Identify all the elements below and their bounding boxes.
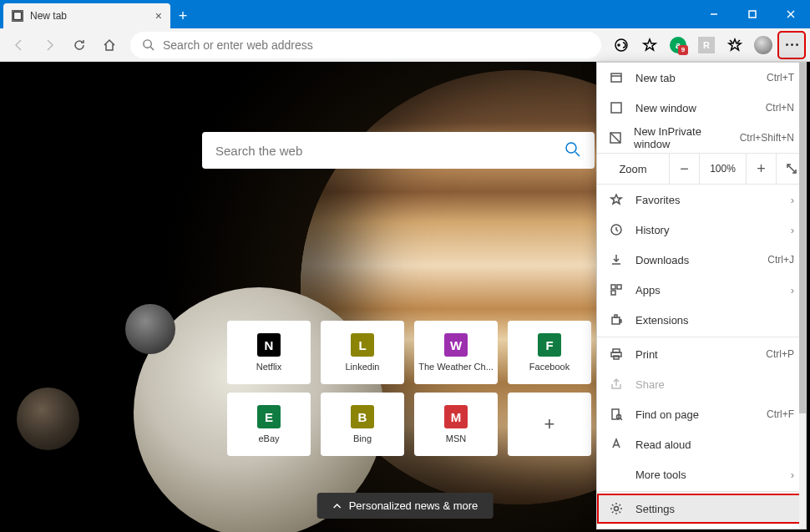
find-icon: [609, 408, 624, 421]
menu-favorites[interactable]: Favorites ›: [597, 185, 806, 215]
zoom-out-button[interactable]: −: [669, 154, 699, 184]
plus-icon: +: [544, 413, 555, 435]
refresh-button[interactable]: [65, 31, 94, 59]
tile-label: eBay: [258, 433, 279, 443]
window-close-button[interactable]: [772, 0, 810, 28]
new-tab-button[interactable]: +: [170, 3, 195, 28]
menu-history[interactable]: History ›: [597, 215, 806, 245]
tab-close-button[interactable]: ×: [155, 9, 162, 23]
menu-find-on-page[interactable]: Find on page Ctrl+F: [597, 399, 806, 429]
menu-scrollbar[interactable]: [799, 63, 806, 529]
extension-r-icon[interactable]: R: [693, 32, 720, 58]
menu-new-window[interactable]: New window Ctrl+N: [597, 93, 806, 123]
extension-a-icon[interactable]: a9: [665, 32, 691, 58]
quick-link-tile[interactable]: FFacebook: [508, 321, 591, 384]
svg-rect-22: [612, 317, 620, 324]
menu-downloads[interactable]: Downloads Ctrl+J: [597, 245, 806, 275]
svg-point-31: [615, 507, 619, 511]
svg-line-12: [575, 152, 580, 156]
tracking-prevention-icon[interactable]: [608, 32, 635, 58]
menu-label: New tab: [635, 72, 676, 84]
web-search-box[interactable]: Search the web: [202, 132, 595, 169]
profile-avatar[interactable]: [750, 32, 777, 58]
back-button[interactable]: [5, 31, 33, 59]
menu-label: More tools: [635, 469, 686, 481]
forward-button[interactable]: [35, 31, 63, 59]
quick-link-tile[interactable]: LLinkedin: [321, 321, 404, 384]
menu-shortcut: Ctrl+T: [767, 72, 794, 84]
tile-label: Linkedin: [346, 362, 380, 372]
quick-links-grid: NNetflixLLinkedinWThe Weather Ch...FFace…: [227, 321, 591, 456]
zoom-in-button[interactable]: +: [746, 154, 776, 184]
quick-link-tile[interactable]: EeBay: [227, 393, 311, 456]
star-icon: [609, 193, 624, 206]
svg-rect-15: [611, 103, 621, 113]
chevron-right-icon: ›: [791, 194, 794, 206]
menu-extensions[interactable]: Extensions: [597, 305, 806, 335]
tab-strip: New tab × +: [0, 0, 195, 28]
menu-shortcut: Ctrl+P: [766, 348, 794, 360]
personalized-news-button[interactable]: Personalized news & more: [317, 493, 494, 519]
gear-icon: [609, 502, 624, 515]
menu-help-feedback[interactable]: Help and feedback ›: [597, 524, 806, 529]
chevron-right-icon: ›: [791, 469, 794, 481]
menu-more-tools[interactable]: More tools ›: [597, 459, 806, 489]
svg-point-11: [566, 143, 576, 153]
svg-rect-13: [611, 73, 621, 82]
menu-print[interactable]: Print Ctrl+P: [597, 339, 806, 369]
menu-new-tab[interactable]: New tab Ctrl+T: [597, 63, 806, 93]
tile-label: The Weather Ch...: [418, 362, 494, 372]
zoom-label: Zoom: [597, 163, 669, 175]
settings-and-more-button[interactable]: [778, 32, 805, 58]
menu-new-inprivate[interactable]: New InPrivate window Ctrl+Shift+N: [597, 123, 806, 153]
menu-shortcut: Ctrl+Shift+N: [740, 132, 794, 144]
tab-favicon: [12, 10, 23, 22]
apps-icon: [609, 283, 624, 296]
history-icon: [609, 223, 624, 236]
tile-logo: F: [538, 333, 561, 357]
menu-zoom-row: Zoom − 100% +: [597, 153, 806, 185]
menu-label: Share: [635, 378, 665, 391]
add-quick-link-tile[interactable]: +: [508, 393, 591, 456]
tab-title: New tab: [30, 10, 67, 22]
favorites-button[interactable]: [721, 32, 748, 58]
quick-link-tile[interactable]: NNetflix: [227, 321, 311, 384]
svg-line-30: [620, 418, 622, 420]
web-search-placeholder: Search the web: [215, 144, 302, 158]
tile-logo: M: [444, 405, 468, 428]
home-button[interactable]: [95, 31, 124, 59]
menu-label: Settings: [635, 503, 675, 515]
browser-toolbar: Search or enter web address a9 R: [0, 28, 810, 62]
menu-label: Apps: [635, 284, 661, 296]
menu-read-aloud[interactable]: Read aloud: [597, 429, 806, 459]
search-icon: [142, 38, 154, 51]
menu-shortcut: Ctrl+J: [767, 254, 794, 266]
window-controls: [695, 0, 810, 28]
menu-settings[interactable]: Settings: [597, 494, 806, 524]
menu-shortcut: Ctrl+F: [767, 408, 794, 420]
svg-rect-0: [13, 12, 22, 20]
tile-label: Bing: [353, 433, 372, 443]
menu-separator: [597, 337, 806, 337]
favorite-star-icon[interactable]: [636, 32, 663, 58]
svg-line-17: [610, 133, 620, 143]
print-icon: [609, 347, 624, 361]
quick-link-tile[interactable]: WThe Weather Ch...: [414, 321, 498, 384]
menu-shortcut: Ctrl+N: [766, 102, 794, 114]
svg-rect-2: [749, 11, 756, 18]
tile-label: MSN: [446, 433, 466, 443]
window-maximize-button[interactable]: [733, 0, 772, 28]
browser-tab[interactable]: New tab ×: [3, 3, 170, 28]
menu-apps[interactable]: Apps ›: [597, 275, 806, 305]
svg-rect-19: [611, 285, 615, 289]
chevron-right-icon: ›: [791, 284, 794, 296]
chevron-right-icon: ›: [791, 224, 794, 236]
quick-link-tile[interactable]: BBing: [321, 393, 404, 456]
window-minimize-button[interactable]: [695, 0, 733, 28]
quick-link-tile[interactable]: MMSN: [414, 393, 498, 456]
share-icon: [609, 377, 624, 391]
search-icon[interactable]: [564, 141, 581, 160]
svg-rect-27: [614, 356, 619, 359]
tile-logo: B: [351, 405, 374, 428]
address-bar[interactable]: Search or enter web address: [130, 32, 601, 58]
